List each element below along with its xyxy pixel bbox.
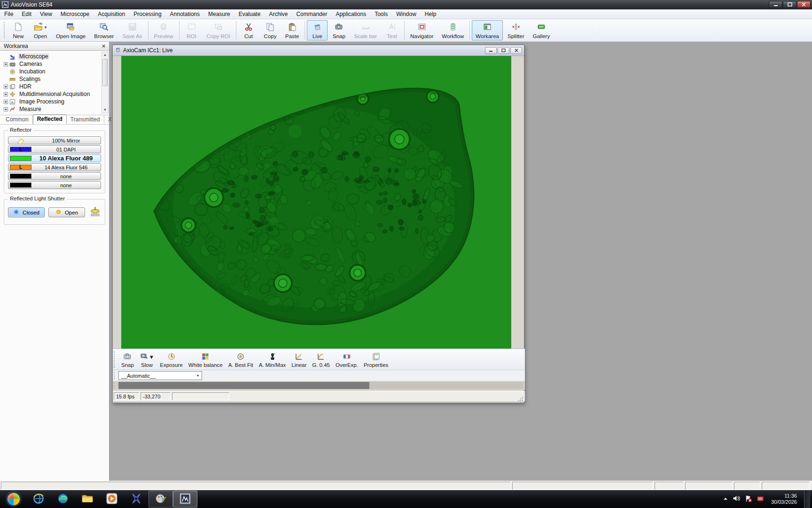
tree-item-measure[interactable]: Measure [3, 105, 101, 113]
shutter-closed-button[interactable]: Closed [8, 207, 45, 217]
toolbar-preview-button[interactable]: Preview [150, 20, 177, 40]
menu-applications[interactable]: Applications [331, 10, 370, 18]
camera-linear-button[interactable]: Linear [289, 351, 309, 368]
toolbar-workarea-button[interactable]: Workarea [472, 20, 503, 40]
camera-g-0-45-button[interactable]: G. 0.45 [309, 351, 333, 368]
tray-volume[interactable] [733, 495, 741, 503]
close-button[interactable] [797, 1, 811, 8]
expand-icon[interactable] [4, 100, 8, 104]
menu-acquisition[interactable]: Acquisition [94, 10, 129, 18]
tray-show-hidden-icons[interactable] [723, 496, 728, 502]
close-icon[interactable]: ✕ [100, 43, 107, 50]
camera-a-best-fit-button[interactable]: A. Best Fit [226, 351, 256, 368]
camera-minimize-button[interactable] [485, 47, 497, 54]
camera-close-button[interactable] [510, 47, 522, 54]
menu-processing[interactable]: Processing [129, 10, 165, 18]
expand-icon[interactable] [4, 85, 8, 89]
toolbar-splitter-button[interactable]: Splitter [504, 20, 528, 40]
menu-commander[interactable]: Commander [292, 10, 331, 18]
camera-exposure-button[interactable]: Exposure [157, 351, 186, 368]
scrollbar-thumb[interactable] [102, 59, 108, 86]
resize-grip[interactable] [517, 396, 523, 402]
tree-scrollbar[interactable]: ▲ ▼ [102, 52, 109, 113]
workarea-panel-header[interactable]: Workarea ✕ [0, 42, 109, 51]
menu-help[interactable]: Help [421, 10, 441, 18]
toolbar-grip[interactable] [114, 351, 117, 368]
tree-item-scalings[interactable]: Scalings [3, 75, 101, 83]
taskbar-media-player[interactable] [100, 491, 124, 508]
chevron-down-icon[interactable]: ▼ [44, 25, 47, 30]
tree-item-multidimensional-acquisition[interactable]: Multidimensional Acquisition [3, 90, 101, 98]
tab-transmitted[interactable]: Transmitted [67, 115, 104, 124]
dropdown-grip[interactable] [114, 372, 117, 379]
reflector-14-alexa-fluor-546-button[interactable]: L14 Alexa Fluor 546 [8, 163, 101, 171]
shutter-open-button[interactable]: Open [48, 207, 85, 217]
maximize-button[interactable] [783, 1, 796, 8]
taskbar-start-button[interactable] [1, 491, 26, 508]
expand-icon[interactable] [4, 62, 8, 66]
tray-action-center[interactable] [745, 495, 752, 504]
menu-window[interactable]: Window [392, 10, 421, 18]
tab-reflected[interactable]: Reflected [33, 114, 67, 124]
scroll-grip[interactable] [114, 383, 117, 388]
taskbar-clock[interactable]: 11:36 30/03/2026 [768, 493, 800, 505]
toolbar-open-image-button[interactable]: Open Image [52, 20, 89, 40]
expand-icon[interactable] [4, 107, 8, 111]
toolbar-snap-button[interactable]: Snap [328, 20, 349, 40]
menu-archive[interactable]: Archive [265, 10, 292, 18]
camera-maximize-button[interactable] [498, 47, 509, 54]
camera-snap-button[interactable]: Snap [118, 351, 137, 368]
toolbar-new-button[interactable]: New [8, 20, 29, 40]
toolbar-paste-button[interactable]: Paste [281, 20, 303, 40]
scrollbar-thumb[interactable] [118, 382, 369, 389]
menu-file[interactable]: File [0, 10, 17, 18]
menu-view[interactable]: View [36, 10, 56, 18]
expand-icon[interactable] [4, 92, 8, 96]
tree-item-image-processing[interactable]: Image Processing [3, 98, 101, 105]
toolbar-copy-roi-button[interactable]: Copy ROI [203, 20, 234, 40]
toolbar-text-button[interactable]: Text [382, 20, 402, 40]
reflector-none-button[interactable]: none [8, 181, 101, 189]
camera-a-min-max-button[interactable]: A. Min/Max [256, 351, 289, 368]
menu-measure[interactable]: Measure [204, 10, 234, 18]
tree-item-hdr[interactable]: HDR [3, 83, 101, 90]
camera-white-balance-button[interactable]: White balance [186, 351, 226, 368]
tab-common[interactable]: Common [2, 115, 33, 124]
tree-item-microscope[interactable]: Microscope [3, 53, 101, 60]
reflector-none-button[interactable]: none [8, 172, 101, 180]
taskbar-paint[interactable] [148, 491, 173, 508]
toolbar-live-button[interactable]: Live [307, 20, 328, 40]
exposure-mode-dropdown[interactable]: __Automatic__ ▼ [118, 371, 202, 380]
reflector-01-dapi-button[interactable]: L01 DAPI [8, 145, 101, 153]
show-desktop-button[interactable] [804, 490, 810, 508]
tree-item-incubation[interactable]: Incubation [3, 68, 101, 75]
scroll-down-icon[interactable]: ▼ [102, 107, 108, 113]
tree-item-cameras[interactable]: Cameras [3, 60, 101, 68]
menu-annotations[interactable]: Annotations [166, 10, 204, 18]
taskbar-file-explorer[interactable] [75, 491, 100, 508]
camera-slow-button[interactable]: ▼ Slow [137, 351, 157, 368]
menu-edit[interactable]: Edit [17, 10, 36, 18]
horizontal-scrollbar[interactable] [118, 382, 523, 389]
scroll-up-icon[interactable]: ▲ [102, 52, 108, 58]
taskbar-edge-browser[interactable] [51, 491, 75, 508]
toolbar-open-button[interactable]: ▼ Open [30, 20, 51, 40]
taskbar-internet-explorer[interactable] [26, 491, 51, 508]
toolbar-scale-bar-button[interactable]: Scale bar [350, 20, 381, 40]
toolbar-gallery-button[interactable]: Gallery [529, 20, 554, 40]
minimize-button[interactable] [769, 1, 782, 8]
chevron-down-icon[interactable]: ▼ [149, 354, 154, 360]
tray-alert[interactable] [757, 495, 764, 504]
toolbar-copy-button[interactable]: Copy [260, 20, 281, 40]
reflector-10-alexa-fluor-489-button[interactable]: 10 Alexa Fluor 489 [8, 154, 101, 162]
camera-titlebar[interactable]: AxioCam ICc1: Live [113, 45, 524, 56]
menu-tools[interactable]: Tools [370, 10, 392, 18]
toolbar-workflow-button[interactable]: Workflow [438, 20, 468, 40]
toolbar-browser-button[interactable]: Browser [90, 20, 117, 40]
reflector-100-mirror-button[interactable]: 100% Mirror [8, 136, 101, 144]
live-microscopy-image[interactable] [121, 56, 512, 349]
toolbar-cut-button[interactable]: Cut [238, 20, 259, 40]
taskbar-x-application[interactable] [124, 491, 148, 508]
toolbar-save-as-button[interactable]: Save As [118, 20, 146, 40]
toolbar-roi-button[interactable]: ROI [181, 20, 202, 40]
